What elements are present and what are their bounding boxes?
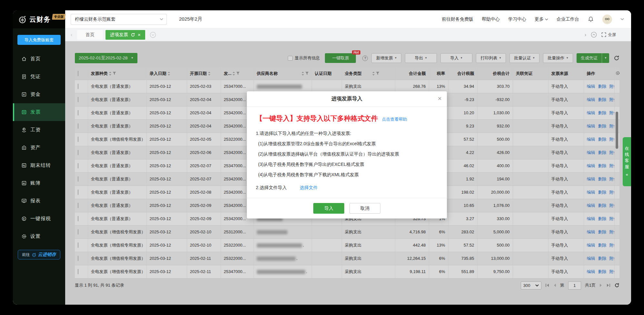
sidebar: 云财务 专业版 导入免费版账套 首页 凭证 ¥ 资金 发票 ¥ — [13, 10, 65, 305]
tab-close-icon[interactable]: × — [138, 32, 141, 37]
sidebar-item-label: 首页 — [30, 56, 41, 62]
goto-free-version-link[interactable]: 前往财务免费版 — [442, 16, 473, 22]
sidebar-item-label: 一键报税 — [30, 216, 51, 222]
user-avatar[interactable] — [602, 15, 612, 24]
modal-step2: 2.选择文件导入 — [256, 185, 287, 191]
chevron-down-icon — [545, 18, 548, 20]
tab-scroll-left-icon[interactable]: ‹ — [71, 32, 77, 38]
sidebar-item-label: 资产 — [30, 145, 41, 151]
content-area: 2025-02-01至2025-02-28▼ 显示所有信息 一键取票 Hot ?… — [65, 41, 631, 305]
fullscreen-label: 全屏 — [608, 32, 616, 38]
svg-text:¥: ¥ — [23, 217, 25, 220]
sidebar-item-ledger[interactable]: 账簿 — [13, 174, 65, 192]
bar-chart-icon — [21, 180, 27, 186]
home-icon — [21, 56, 27, 62]
import-invoice-modal: 进项发票导入 × 【一键导入】支持导入以下多种格式文件 点击查看帮助 1.请选择… — [247, 91, 447, 218]
app-window: 云财务 专业版 导入免费版账套 首页 凭证 ¥ 资金 发票 ¥ — [13, 10, 631, 305]
modal-heading: 【一键导入】支持导入以下多种格式文件 — [256, 115, 378, 122]
sidebar-item-label: 账簿 — [30, 180, 41, 186]
sidebar-item-label: 凭证 — [30, 74, 41, 80]
sidebar-item-settings[interactable]: 设置 — [13, 228, 65, 245]
modal-cancel-button[interactable]: 取消 — [349, 203, 380, 214]
modal-import-button[interactable]: 导入 — [313, 203, 344, 214]
lemon-mini-icon — [32, 252, 36, 257]
main-area: 柠檬云财务示范账套 2025年2月 前往财务免费版 帮助中心 学习中心 更多 企… — [65, 10, 631, 305]
invoice-icon — [21, 109, 27, 115]
support-label-char: 客 — [625, 158, 629, 164]
sidebar-menu: 首页 凭证 ¥ 资金 发票 ¥ 工资 ¥ 资产 % — [13, 50, 65, 245]
modal-format-option: (3)从电子税务局税务数字账户导出的EXCEL格式发票 — [256, 162, 438, 168]
help-center-link[interactable]: 帮助中心 — [482, 16, 500, 22]
goto-brand-label: 云进销存 — [38, 252, 56, 258]
sidebar-item-assets[interactable]: ¥ 资产 — [13, 139, 65, 157]
sidebar-item-label: 发票 — [30, 109, 41, 115]
svg-text:¥: ¥ — [23, 93, 25, 96]
collapse-support-icon[interactable]: « — [626, 172, 628, 178]
modal-format-option: (2)从增值税发票选择确认平台（增值税发票认证平台）导出的进项发票 — [256, 151, 438, 157]
tabbar: ‹ 首页 进项发票 × › 全屏 — [65, 28, 631, 41]
collapse-panel-icon[interactable] — [591, 32, 597, 38]
sidebar-item-label: 报表 — [30, 198, 41, 204]
sidebar-item-label: 资金 — [30, 91, 41, 97]
funds-icon: ¥ — [21, 92, 27, 97]
assets-icon: ¥ — [21, 145, 27, 150]
sidebar-item-payroll[interactable]: ¥ 工资 — [13, 121, 65, 139]
learning-center-link[interactable]: 学习中心 — [508, 16, 526, 22]
sidebar-item-label: 期末结转 — [30, 162, 51, 168]
svg-text:¥: ¥ — [23, 147, 25, 149]
sidebar-item-home[interactable]: 首页 — [13, 50, 65, 68]
account-set-selector[interactable]: 柠檬云财务示范账套 — [71, 14, 167, 25]
support-label-char: 在 — [625, 146, 629, 152]
sidebar-item-label: 工资 — [30, 127, 41, 133]
modal-step1: 1.请选择以下导入格式的任意一种导入进项发票: — [256, 131, 438, 137]
fullscreen-icon — [601, 32, 606, 37]
payroll-icon: ¥ — [21, 127, 27, 133]
sidebar-item-voucher[interactable]: 凭证 — [13, 68, 65, 86]
account-set-name: 柠檬云财务示范账套 — [75, 16, 116, 22]
online-support-tab[interactable]: 在 线 客 服 « — [623, 137, 631, 186]
sidebar-item-label: 设置 — [30, 233, 41, 239]
sidebar-item-funds[interactable]: ¥ 资金 — [13, 86, 65, 103]
sidebar-item-reports[interactable]: 报表 — [13, 192, 65, 210]
support-label-char: 线 — [625, 152, 629, 158]
svg-text:%: % — [23, 164, 25, 167]
goto-inventory-button[interactable]: 前往 云进销存 — [18, 250, 60, 259]
percent-icon: % — [21, 163, 27, 168]
fullscreen-button[interactable]: 全屏 — [601, 32, 616, 38]
lemon-logo-icon — [18, 15, 27, 24]
tab-list-dropdown-icon[interactable] — [150, 32, 156, 38]
sidebar-item-tax-filing[interactable]: ¥ 一键报税 — [13, 210, 65, 228]
app-title: 云财务 — [29, 15, 51, 24]
tax-icon: ¥ — [21, 216, 27, 221]
choose-file-link[interactable]: 选择文件 — [300, 185, 318, 191]
tab-scroll-right-icon[interactable]: › — [585, 32, 586, 38]
modal-format-option: (1)从增值税发票管理2.0综合服务平台导出的Excel格式发票 — [256, 141, 438, 147]
goto-prefix-label: 前往 — [22, 252, 30, 258]
tab-refresh-icon[interactable] — [131, 33, 135, 37]
notification-bell-icon[interactable] — [588, 16, 594, 23]
logo: 云财务 专业版 — [13, 10, 65, 28]
topbar: 柠檬云财务示范账套 2025年2月 前往财务免费版 帮助中心 学习中心 更多 企… — [65, 10, 631, 28]
accounting-period: 2025年2月 — [179, 16, 202, 22]
edition-badge: 专业版 — [52, 14, 66, 20]
report-chart-icon — [21, 198, 27, 204]
tab-home[interactable]: 首页 — [77, 30, 103, 40]
view-help-link[interactable]: 点击查看帮助 — [382, 117, 407, 122]
enterprise-workbench-link[interactable]: 企业工作台 — [557, 16, 579, 22]
chevron-down-icon — [160, 18, 163, 20]
user-menu-chevron-icon[interactable] — [620, 18, 624, 20]
modal-title: 进项发票导入 — [331, 96, 362, 102]
modal-format-option: (4)从电子税务局税务数字账户下载的XML格式发票 — [256, 172, 438, 178]
gear-icon — [21, 234, 27, 239]
import-free-account-button[interactable]: 导入免费版账套 — [17, 35, 61, 45]
close-icon[interactable]: × — [438, 95, 442, 102]
voucher-icon — [21, 74, 27, 79]
tab-input-invoices[interactable]: 进项发票 × — [106, 30, 145, 40]
more-menu[interactable]: 更多 — [535, 16, 548, 22]
sidebar-item-period-closing[interactable]: % 期末结转 — [13, 157, 65, 174]
support-label-char: 服 — [625, 164, 629, 170]
sidebar-item-invoice[interactable]: 发票 — [13, 103, 65, 121]
svg-text:¥: ¥ — [23, 128, 25, 130]
